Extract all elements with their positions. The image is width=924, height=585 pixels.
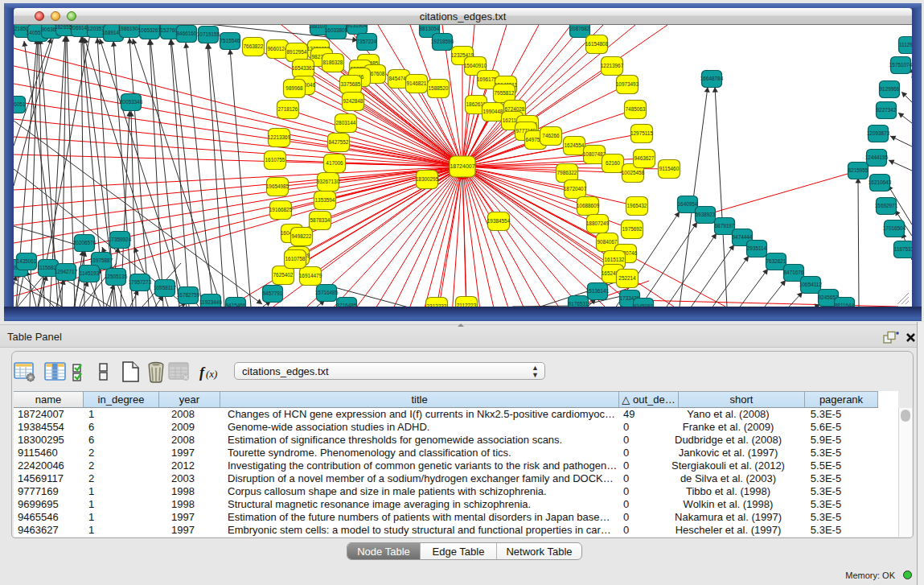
svg-text:11923446: 11923446 (199, 299, 222, 305)
svg-text:12505135: 12505135 (105, 274, 128, 279)
svg-text:19384554: 19384554 (487, 218, 511, 224)
svg-text:12444195: 12444195 (865, 154, 889, 160)
svg-text:16154808: 16154808 (585, 41, 609, 47)
svg-text:1965432: 1965432 (627, 203, 647, 208)
svg-text:10688609: 10688609 (577, 203, 600, 208)
svg-text:8471676: 8471676 (784, 270, 804, 275)
svg-text:15692971: 15692971 (875, 203, 898, 208)
svg-text:10719155: 10719155 (197, 31, 220, 37)
svg-text:9146821: 9146821 (407, 80, 427, 86)
svg-text:12213369: 12213369 (268, 134, 291, 140)
svg-text:2718126: 2718126 (278, 106, 298, 112)
svg-text:16782759: 16782759 (177, 292, 200, 298)
svg-text:8912954: 8912954 (287, 49, 307, 55)
svg-text:252214: 252214 (618, 275, 636, 281)
svg-text:1112984: 1112984 (899, 42, 912, 47)
svg-text:3716485: 3716485 (337, 303, 357, 307)
svg-text:7485063: 7485063 (626, 106, 646, 112)
svg-text:16210643: 16210643 (869, 179, 892, 185)
svg-text:(x): (x) (206, 368, 217, 380)
svg-text:20206576: 20206576 (73, 240, 97, 245)
svg-text:9474444: 9474444 (733, 234, 753, 240)
svg-text:8215955: 8215955 (848, 167, 869, 173)
svg-text:18300295: 18300295 (416, 176, 439, 182)
svg-text:2803144: 2803144 (336, 120, 356, 126)
svg-text:1610758: 1610758 (285, 256, 306, 262)
svg-text:16033809: 16033809 (325, 27, 348, 33)
svg-text:9131904: 9131904 (347, 25, 368, 28)
svg-text:1026051: 1026051 (14, 101, 26, 107)
svg-text:17957273: 17957273 (129, 279, 152, 285)
svg-text:9457791: 9457791 (263, 290, 283, 296)
svg-text:8813054: 8813054 (420, 26, 440, 31)
svg-text:1167533: 1167533 (894, 246, 912, 252)
svg-text:7632621: 7632621 (766, 258, 786, 264)
svg-text:3375685: 3375685 (341, 81, 361, 87)
svg-text:8811644: 8811644 (835, 303, 855, 307)
svg-text:12213967: 12213967 (601, 63, 624, 68)
svg-text:9463627: 9463627 (634, 155, 655, 161)
svg-text:19654985: 19654985 (266, 183, 290, 189)
svg-text:9415466: 9415466 (226, 303, 246, 307)
svg-text:10025458: 10025458 (622, 170, 645, 175)
svg-text:2112223: 2112223 (457, 303, 477, 307)
svg-text:10958117: 10958117 (154, 285, 176, 290)
svg-text:1353594: 1353594 (315, 197, 335, 203)
svg-text:7955812: 7955812 (495, 90, 515, 96)
svg-text:7986322: 7986322 (557, 170, 577, 175)
svg-text:9498222: 9498222 (292, 233, 312, 239)
svg-text:1624554: 1624554 (565, 142, 585, 148)
svg-text:5938923: 5938923 (696, 212, 716, 217)
svg-text:417006: 417006 (326, 160, 343, 166)
svg-text:17016504: 17016504 (883, 225, 906, 231)
svg-text:1990448: 1990448 (483, 109, 503, 114)
svg-text:18807249: 18807249 (586, 220, 610, 226)
svg-text:8186328: 8186328 (323, 60, 343, 65)
svg-text:1145193: 1145193 (80, 270, 100, 276)
svg-text:2312232: 2312232 (427, 303, 447, 307)
svg-text:20053346: 20053346 (120, 99, 143, 105)
svg-text:18720407: 18720407 (564, 186, 587, 192)
svg-text:93267130: 93267130 (317, 179, 340, 184)
svg-text:7357224: 7357224 (357, 39, 377, 44)
svg-text:9227342: 9227342 (877, 107, 897, 113)
svg-text:8466160: 8466160 (177, 31, 197, 36)
svg-text:1640954: 1640954 (678, 201, 698, 207)
svg-text:9129966: 9129966 (880, 86, 900, 92)
svg-text:f: f (199, 365, 206, 381)
svg-text:19218596: 19218596 (431, 39, 454, 44)
svg-text:15716485: 15716485 (315, 290, 339, 295)
svg-text:5878334: 5878334 (310, 217, 331, 223)
svg-text:1588520: 1588520 (429, 85, 449, 91)
svg-text:1615132: 1615132 (605, 257, 625, 262)
svg-text:6879197: 6879197 (715, 223, 735, 229)
svg-text:62160: 62160 (606, 160, 620, 166)
svg-text:16648784: 16648784 (700, 76, 724, 81)
svg-text:17359924: 17359924 (109, 237, 132, 242)
svg-text:10653267: 10653267 (138, 27, 162, 33)
svg-text:12942717: 12942717 (55, 269, 78, 274)
svg-text:19166825: 19166825 (269, 207, 293, 212)
svg-text:15640910: 15640910 (464, 63, 487, 68)
svg-text:9242848: 9242848 (343, 98, 363, 104)
svg-text:9245091: 9245091 (634, 303, 654, 307)
svg-text:7625402: 7625402 (273, 272, 294, 278)
svg-text:10973493: 10973493 (616, 81, 639, 87)
svg-text:16914479: 16914479 (299, 273, 322, 278)
svg-text:989968: 989968 (285, 85, 303, 91)
svg-text:2935114: 2935114 (747, 245, 767, 251)
svg-text:9084067: 9084067 (598, 239, 618, 245)
svg-text:8427552: 8427552 (329, 139, 349, 145)
svg-text:9115460: 9115460 (659, 166, 680, 171)
svg-text:1435061: 1435061 (17, 258, 37, 264)
svg-text:7663822: 7663822 (244, 43, 264, 49)
svg-text:9660124: 9660124 (268, 46, 288, 51)
svg-text:13975887: 13975887 (90, 257, 113, 263)
svg-text:15136141: 15136141 (586, 288, 610, 294)
svg-text:12975115: 12975115 (630, 130, 653, 136)
svg-text:12093873: 12093873 (867, 130, 890, 136)
svg-text:16543362: 16543362 (292, 65, 315, 71)
svg-text:15751074: 15751074 (889, 62, 912, 68)
svg-text:10654112: 10654112 (799, 282, 822, 287)
svg-text:7515546: 7515546 (220, 38, 240, 43)
